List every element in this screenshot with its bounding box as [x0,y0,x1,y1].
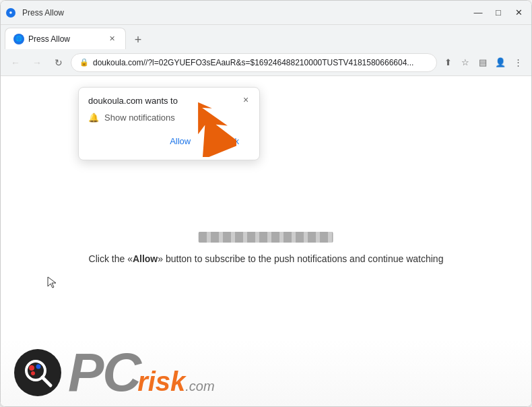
profile-icon[interactable]: 👤 [492,55,508,71]
allow-text: Allow [133,253,158,264]
tab-favicon: 🌐 [13,34,24,44]
sidebar-icon[interactable]: ▤ [475,55,491,71]
svg-point-7 [31,371,35,375]
popup-close-button[interactable]: × [239,93,253,106]
tab-title: Press Allow [28,34,102,44]
window-title: Press Allow [22,8,64,18]
url-bar[interactable]: 🔒 doukoula.com//?l=02GYUEFO3sEAauR&s=$16… [71,53,437,72]
page-message: Click the «Allow» button to subscribe to… [89,253,444,264]
page-content: × doukoula.com wants to 🔔 Show notificat… [1,76,531,406]
loading-bar [199,232,333,243]
address-right-icons: ⬆ ☆ ▤ 👤 ⋮ [440,55,526,71]
title-bar: ● Press Allow — □ ✕ [1,1,531,25]
minimize-button[interactable]: — [471,5,486,20]
svg-marker-2 [48,277,56,288]
arrow-svg [182,96,236,157]
new-tab-button[interactable]: + [129,30,147,49]
address-bar: ← → ↻ 🔒 doukoula.com//?l=02GYUEFO3sEAauR… [1,49,531,76]
popup-permission-text: Show notifications [104,113,175,123]
maximize-button[interactable]: □ [491,5,506,20]
logo-text-area: PC risk .com [68,346,215,400]
forward-icon: → [32,57,42,68]
mouse-cursor [46,276,60,292]
logo-risk-text: risk [137,367,185,397]
loading-area: Click the «Allow» button to subscribe to… [89,232,444,264]
browser-window: ● Press Allow — □ ✕ 🌐 Press Allow ✕ + ← … [0,0,532,407]
bell-icon: 🔔 [88,113,99,123]
logo-com-text: .com [185,379,214,394]
pcrisk-logo: PC risk .com [1,339,531,406]
share-icon[interactable]: ⬆ [440,55,456,71]
lock-icon: 🔒 [79,58,89,67]
menu-icon[interactable]: ⋮ [510,55,526,71]
arrow-container [182,96,236,160]
tab-close-button[interactable]: ✕ [106,34,117,44]
tab-favicon-title: ● [6,8,15,18]
title-bar-left: ● Press Allow [6,8,64,18]
logo-circle [14,349,61,396]
bookmark-icon[interactable]: ☆ [457,55,473,71]
svg-point-6 [36,365,41,369]
svg-line-4 [42,377,51,385]
close-button[interactable]: ✕ [511,5,526,20]
url-text: doukoula.com//?l=02GYUEFO3sEAauR&s=$1692… [93,58,428,67]
tab-bar: 🌐 Press Allow ✕ + [1,25,531,49]
svg-marker-1 [182,96,236,157]
refresh-icon: ↻ [55,57,63,68]
back-button[interactable]: ← [6,53,25,72]
logo-pc-text: PC [68,346,140,400]
magnifier-icon [21,356,55,389]
svg-point-5 [29,365,34,371]
refresh-button[interactable]: ↻ [49,53,68,72]
active-tab[interactable]: 🌐 Press Allow ✕ [5,28,126,49]
window-controls: — □ ✕ [471,5,526,20]
forward-button[interactable]: → [28,53,46,72]
back-icon: ← [11,57,20,68]
